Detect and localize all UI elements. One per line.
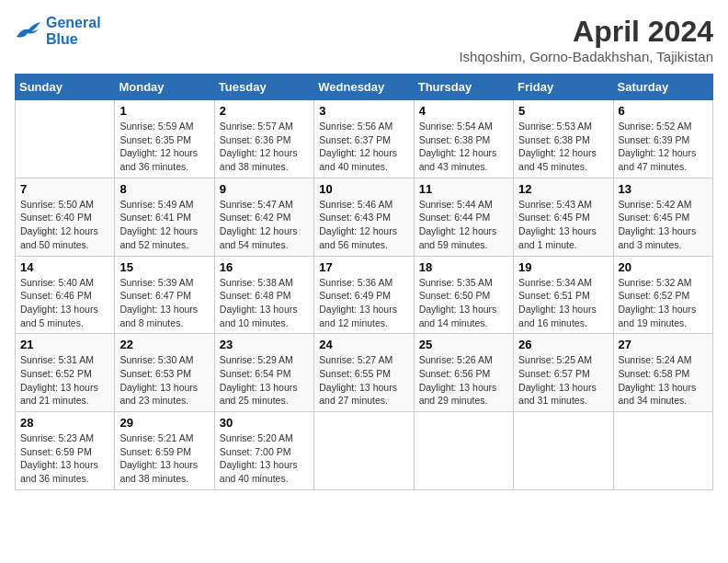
day-info: Sunrise: 5:44 AM Sunset: 6:44 PM Dayligh… xyxy=(419,198,508,252)
day-info: Sunrise: 5:59 AM Sunset: 6:35 PM Dayligh… xyxy=(119,120,209,174)
calendar-table: SundayMondayTuesdayWednesdayThursdayFrid… xyxy=(15,74,713,490)
day-number: 8 xyxy=(119,182,209,196)
day-info: Sunrise: 5:47 AM Sunset: 6:42 PM Dayligh… xyxy=(220,198,309,252)
day-number: 15 xyxy=(119,260,209,274)
day-number: 13 xyxy=(619,182,708,196)
week-row-2: 7Sunrise: 5:50 AM Sunset: 6:40 PM Daylig… xyxy=(16,178,713,256)
day-info: Sunrise: 5:57 AM Sunset: 6:36 PM Dayligh… xyxy=(220,120,309,174)
day-info: Sunrise: 5:54 AM Sunset: 6:38 PM Dayligh… xyxy=(419,120,508,174)
day-number: 25 xyxy=(419,338,508,351)
day-info: Sunrise: 5:50 AM Sunset: 6:40 PM Dayligh… xyxy=(20,198,109,252)
calendar-cell xyxy=(314,412,414,490)
calendar-cell: 17Sunrise: 5:36 AM Sunset: 6:49 PM Dayli… xyxy=(314,256,414,334)
calendar-cell xyxy=(16,100,115,178)
calendar-cell: 1Sunrise: 5:59 AM Sunset: 6:35 PM Daylig… xyxy=(115,100,214,178)
logo: General Blue xyxy=(15,15,101,48)
calendar-cell xyxy=(514,412,613,490)
day-number: 16 xyxy=(220,260,309,274)
day-info: Sunrise: 5:30 AM Sunset: 6:53 PM Dayligh… xyxy=(119,353,209,408)
day-info: Sunrise: 5:34 AM Sunset: 6:51 PM Dayligh… xyxy=(518,276,608,330)
week-row-4: 21Sunrise: 5:31 AM Sunset: 6:52 PM Dayli… xyxy=(16,334,713,412)
day-number: 28 xyxy=(20,416,109,430)
weekday-header-monday: Monday xyxy=(115,75,214,100)
logo-icon xyxy=(15,20,42,42)
calendar-cell: 9Sunrise: 5:47 AM Sunset: 6:42 PM Daylig… xyxy=(214,178,313,256)
calendar-cell: 30Sunrise: 5:20 AM Sunset: 7:00 PM Dayli… xyxy=(214,412,313,490)
day-number: 9 xyxy=(220,182,309,196)
week-row-5: 28Sunrise: 5:23 AM Sunset: 6:59 PM Dayli… xyxy=(16,412,713,490)
calendar-cell: 6Sunrise: 5:52 AM Sunset: 6:39 PM Daylig… xyxy=(613,100,712,178)
calendar-subtitle: Ishqoshim, Gorno-Badakhshan, Tajikistan xyxy=(459,49,713,64)
day-number: 4 xyxy=(419,104,508,118)
calendar-cell: 19Sunrise: 5:34 AM Sunset: 6:51 PM Dayli… xyxy=(514,256,613,334)
day-info: Sunrise: 5:56 AM Sunset: 6:37 PM Dayligh… xyxy=(319,120,408,174)
calendar-cell: 12Sunrise: 5:43 AM Sunset: 6:45 PM Dayli… xyxy=(514,178,613,256)
day-number: 12 xyxy=(518,182,608,196)
day-number: 10 xyxy=(319,182,408,196)
day-info: Sunrise: 5:52 AM Sunset: 6:39 PM Dayligh… xyxy=(619,120,708,174)
day-info: Sunrise: 5:38 AM Sunset: 6:48 PM Dayligh… xyxy=(220,276,309,330)
day-number: 1 xyxy=(119,104,209,118)
day-info: Sunrise: 5:39 AM Sunset: 6:47 PM Dayligh… xyxy=(119,276,209,330)
day-info: Sunrise: 5:36 AM Sunset: 6:49 PM Dayligh… xyxy=(319,276,408,330)
day-number: 3 xyxy=(319,104,408,118)
calendar-title: April 2024 xyxy=(459,15,713,49)
weekday-header-row: SundayMondayTuesdayWednesdayThursdayFrid… xyxy=(16,75,713,100)
day-number: 21 xyxy=(20,338,109,351)
day-info: Sunrise: 5:29 AM Sunset: 6:54 PM Dayligh… xyxy=(220,353,309,408)
week-row-1: 1Sunrise: 5:59 AM Sunset: 6:35 PM Daylig… xyxy=(16,100,713,178)
calendar-cell xyxy=(613,412,712,490)
calendar-cell: 3Sunrise: 5:56 AM Sunset: 6:37 PM Daylig… xyxy=(314,100,414,178)
logo-text: General Blue xyxy=(46,15,101,48)
day-info: Sunrise: 5:35 AM Sunset: 6:50 PM Dayligh… xyxy=(419,276,508,330)
weekday-header-sunday: Sunday xyxy=(16,75,115,100)
day-number: 26 xyxy=(518,338,608,351)
calendar-cell: 4Sunrise: 5:54 AM Sunset: 6:38 PM Daylig… xyxy=(414,100,513,178)
day-info: Sunrise: 5:49 AM Sunset: 6:41 PM Dayligh… xyxy=(119,198,209,252)
day-number: 20 xyxy=(619,260,708,274)
day-info: Sunrise: 5:32 AM Sunset: 6:52 PM Dayligh… xyxy=(619,276,708,330)
calendar-cell xyxy=(414,412,513,490)
header: General Blue April 2024 Ishqoshim, Gorno… xyxy=(15,15,713,64)
day-info: Sunrise: 5:31 AM Sunset: 6:52 PM Dayligh… xyxy=(20,353,109,408)
day-info: Sunrise: 5:43 AM Sunset: 6:45 PM Dayligh… xyxy=(518,198,608,252)
calendar-cell: 23Sunrise: 5:29 AM Sunset: 6:54 PM Dayli… xyxy=(214,334,313,412)
calendar-cell: 25Sunrise: 5:26 AM Sunset: 6:56 PM Dayli… xyxy=(414,334,513,412)
day-info: Sunrise: 5:27 AM Sunset: 6:55 PM Dayligh… xyxy=(319,353,408,408)
weekday-header-thursday: Thursday xyxy=(414,75,513,100)
calendar-cell: 7Sunrise: 5:50 AM Sunset: 6:40 PM Daylig… xyxy=(16,178,115,256)
calendar-cell: 28Sunrise: 5:23 AM Sunset: 6:59 PM Dayli… xyxy=(16,412,115,490)
day-info: Sunrise: 5:26 AM Sunset: 6:56 PM Dayligh… xyxy=(419,353,508,408)
calendar-cell: 14Sunrise: 5:40 AM Sunset: 6:46 PM Dayli… xyxy=(16,256,115,334)
day-number: 17 xyxy=(319,260,408,274)
day-number: 7 xyxy=(20,182,109,196)
calendar-cell: 16Sunrise: 5:38 AM Sunset: 6:48 PM Dayli… xyxy=(214,256,313,334)
calendar-cell: 29Sunrise: 5:21 AM Sunset: 6:59 PM Dayli… xyxy=(115,412,214,490)
day-info: Sunrise: 5:46 AM Sunset: 6:43 PM Dayligh… xyxy=(319,198,408,252)
calendar-cell: 13Sunrise: 5:42 AM Sunset: 6:45 PM Dayli… xyxy=(613,178,712,256)
calendar-cell: 20Sunrise: 5:32 AM Sunset: 6:52 PM Dayli… xyxy=(613,256,712,334)
calendar-cell: 15Sunrise: 5:39 AM Sunset: 6:47 PM Dayli… xyxy=(115,256,214,334)
calendar-cell: 5Sunrise: 5:53 AM Sunset: 6:38 PM Daylig… xyxy=(514,100,613,178)
day-number: 5 xyxy=(518,104,608,118)
title-section: April 2024 Ishqoshim, Gorno-Badakhshan, … xyxy=(459,15,713,64)
day-number: 6 xyxy=(619,104,708,118)
weekday-header-saturday: Saturday xyxy=(613,75,712,100)
day-info: Sunrise: 5:24 AM Sunset: 6:58 PM Dayligh… xyxy=(619,353,708,408)
day-number: 14 xyxy=(20,260,109,274)
calendar-cell: 27Sunrise: 5:24 AM Sunset: 6:58 PM Dayli… xyxy=(613,334,712,412)
calendar-cell: 18Sunrise: 5:35 AM Sunset: 6:50 PM Dayli… xyxy=(414,256,513,334)
day-number: 2 xyxy=(220,104,309,118)
week-row-3: 14Sunrise: 5:40 AM Sunset: 6:46 PM Dayli… xyxy=(16,256,713,334)
day-number: 23 xyxy=(220,338,309,351)
day-info: Sunrise: 5:20 AM Sunset: 7:00 PM Dayligh… xyxy=(220,431,309,486)
day-number: 22 xyxy=(119,338,209,351)
calendar-cell: 11Sunrise: 5:44 AM Sunset: 6:44 PM Dayli… xyxy=(414,178,513,256)
day-number: 11 xyxy=(419,182,508,196)
calendar-cell: 2Sunrise: 5:57 AM Sunset: 6:36 PM Daylig… xyxy=(214,100,313,178)
calendar-cell: 8Sunrise: 5:49 AM Sunset: 6:41 PM Daylig… xyxy=(115,178,214,256)
day-number: 27 xyxy=(619,338,708,351)
weekday-header-friday: Friday xyxy=(514,75,613,100)
calendar-cell: 21Sunrise: 5:31 AM Sunset: 6:52 PM Dayli… xyxy=(16,334,115,412)
day-info: Sunrise: 5:40 AM Sunset: 6:46 PM Dayligh… xyxy=(20,276,109,330)
